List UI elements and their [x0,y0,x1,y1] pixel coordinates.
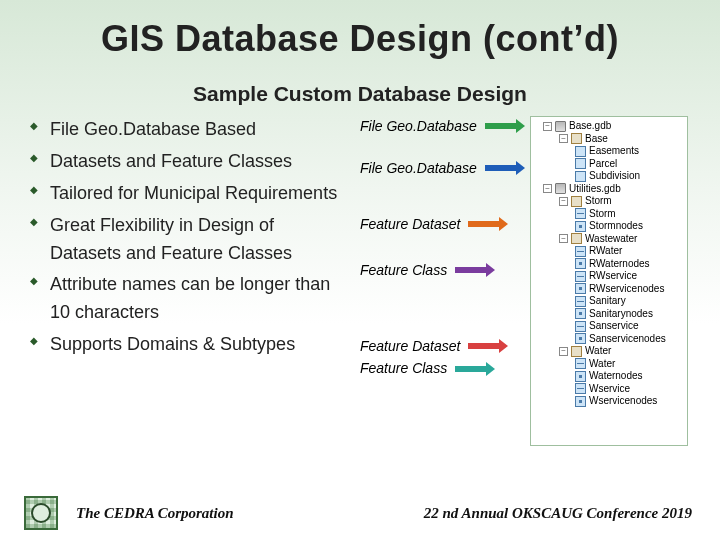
arrow-icon [485,163,525,173]
polygon-icon [575,146,586,157]
point-icon [575,308,586,319]
expand-icon: − [559,347,568,356]
tree-node-dataset: −Wastewater [533,233,685,246]
tree-label: Sanservicenodes [589,333,666,346]
catalog-tree: −Base.gdb −Base Easements Parcel Subdivi… [530,116,688,446]
tree-label: Utilities.gdb [569,183,621,196]
tree-label: Wastewater [585,233,637,246]
dataset-icon [571,196,582,207]
arrow-icon [468,219,508,229]
geodatabase-icon [555,121,566,132]
geodatabase-icon [555,183,566,194]
company-name: The CEDRA Corporation [76,505,234,522]
tree-node-fc: Stormnodes [533,220,685,233]
polygon-icon [575,158,586,169]
tree-node-fc: RWaternodes [533,258,685,271]
slide-title: GIS Database Design (cont’d) [0,18,720,60]
tree-label: Base.gdb [569,120,611,133]
bullet-item: Great Flexibility in Design of Datasets … [26,212,350,268]
tree-node-fc: Wservice [533,383,685,396]
tree-label: Water [585,345,611,358]
arrow-icon [455,265,495,275]
bullet-list: File Geo.Database Based Datasets and Fea… [26,116,350,359]
point-icon [575,258,586,269]
tree-node-dataset: −Base [533,133,685,146]
tree-node-fc: Water [533,358,685,371]
label-feature-class-1: Feature Class [360,262,530,278]
tree-node-fc: Sanservicenodes [533,333,685,346]
tree-node-fc: Sanservice [533,320,685,333]
tree-label: RWservicenodes [589,283,664,296]
bullet-item: Tailored for Municipal Requirements [26,180,350,208]
tree-label: Water [589,358,615,371]
label-feature-dataset-1: Feature Dataset [360,216,530,232]
tree-node-fc: Waternodes [533,370,685,383]
dataset-icon [571,133,582,144]
tree-label: Base [585,133,608,146]
tree-node-fc: Subdivision [533,170,685,183]
label-feature-class-2: Feature Class [360,360,530,376]
tree-node-fc: Wservicenodes [533,395,685,408]
tree-label: Sanitary [589,295,626,308]
label-gdb-2: File Geo.Database [360,160,530,176]
label-text: Feature Dataset [360,216,460,232]
label-text: Feature Dataset [360,338,460,354]
tree-node-fc: RWservicenodes [533,283,685,296]
tree-label: Storm [585,195,612,208]
footer-left: The CEDRA Corporation [24,496,234,530]
tree-label: Easements [589,145,639,158]
bullet-item: Datasets and Feature Classes [26,148,350,176]
tree-node-fc: RWservice [533,270,685,283]
line-icon [575,271,586,282]
bullet-item: Supports Domains & Subtypes [26,331,350,359]
tree-label: RWaternodes [589,258,650,271]
tree-node-fc: RWater [533,245,685,258]
label-text: Feature Class [360,262,447,278]
expand-icon: − [559,134,568,143]
slide: GIS Database Design (cont’d) Sample Cust… [0,0,720,540]
tree-node-gdb: −Utilities.gdb [533,183,685,196]
line-icon [575,208,586,219]
label-gdb-1: File Geo.Database [360,118,530,134]
expand-icon: − [543,184,552,193]
tree-label: Sanservice [589,320,638,333]
expand-icon: − [543,122,552,131]
tree-node-dataset: −Water [533,345,685,358]
tree-label: RWservice [589,270,637,283]
tree-label: RWater [589,245,622,258]
bullet-column: File Geo.Database Based Datasets and Fea… [0,116,360,446]
line-icon [575,296,586,307]
line-icon [575,358,586,369]
line-icon [575,321,586,332]
expand-icon: − [559,197,568,206]
tree-node-fc: Easements [533,145,685,158]
label-feature-dataset-2: Feature Dataset [360,338,530,354]
point-icon [575,221,586,232]
tree-label: Wservice [589,383,630,396]
arrow-icon [468,341,508,351]
tree-node-fc: Parcel [533,158,685,171]
line-icon [575,246,586,257]
tree-label: Storm [589,208,616,221]
label-text: File Geo.Database [360,118,477,134]
tree-node-fc: Sanitary [533,295,685,308]
arrow-icon [485,121,525,131]
tree-label: Sanitarynodes [589,308,653,321]
tree-label: Waternodes [589,370,643,383]
dataset-icon [571,233,582,244]
tree-label: Subdivision [589,170,640,183]
conference-name: 22 nd Annual OKSCAUG Conference 2019 [424,505,692,522]
arrow-icon [455,364,495,374]
tree-label: Stormnodes [589,220,643,233]
diagram-labels: File Geo.Database File Geo.Database Feat… [360,116,530,446]
line-icon [575,383,586,394]
dataset-icon [571,346,582,357]
bullet-item: File Geo.Database Based [26,116,350,144]
tree-node-fc: Sanitarynodes [533,308,685,321]
tree-node-dataset: −Storm [533,195,685,208]
company-logo-icon [24,496,58,530]
tree-node-gdb: −Base.gdb [533,120,685,133]
expand-icon: − [559,234,568,243]
label-text: Feature Class [360,360,447,376]
point-icon [575,283,586,294]
